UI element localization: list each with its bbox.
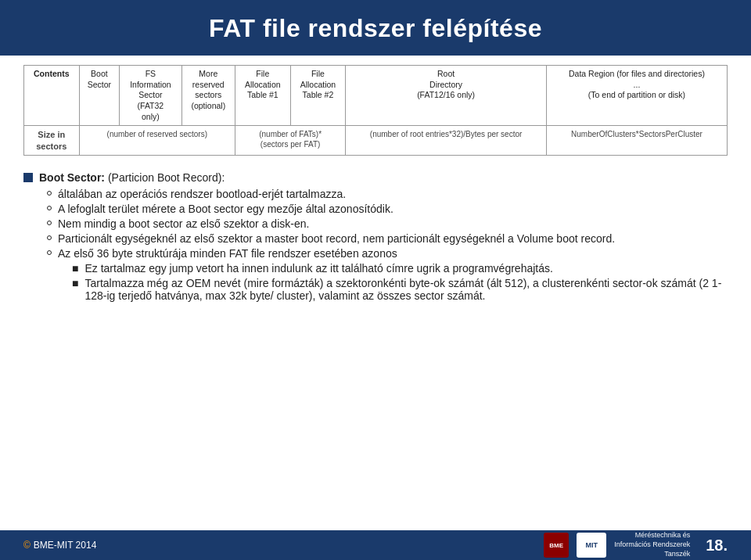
copyright-text: BME-MIT 2014 [34,540,96,551]
circle-icon-1 [47,191,52,196]
bullet-list: Boot Sector: (Particion Boot Record): ál… [23,171,728,302]
footer-copyright: © BME-MIT 2014 [23,540,96,551]
sub-bullet-4-text: Particionált egységeknél az első szektor… [58,232,615,245]
logo-line-2: Információs Rendszerek [614,540,690,550]
circle-icon-3 [47,221,52,225]
slide-title: FAT file rendszer felépítése [8,14,743,43]
sub-sub-bullet-1-text: Ez tartalmaz egy jump vetort ha innen in… [84,262,552,275]
bme-crest-logo: BME [544,533,569,558]
main-bullet-1-text: Boot Sector: (Particion Boot Record): [39,171,225,184]
col-fs-info: FS Information Sector (FAT32 only) [120,66,181,126]
col-more-reserved: More reserved sectors (optional) [181,66,235,126]
sub-sub-bullet-list: ■ Ez tartalmaz egy jump vetort ha innen … [72,262,728,302]
sub-sub-bullet-2-text: Tartalmazza még az OEM nevét (mire formá… [84,277,728,302]
sub-bullet-5: Az első 36 byte struktúrája minden FAT f… [47,247,728,260]
page-number: 18. [706,537,728,555]
sub-sub-bullet-2: ■ Tartalmazza még az OEM nevét (mire for… [72,277,728,302]
sub-bullet-2: A lefoglalt terület mérete a Boot sector… [47,203,728,215]
col-fat2: File Allocation Table #2 [290,66,346,126]
bullet-char-icon-2: ■ [72,277,78,289]
table-size-row: Size insectors (number of reserved secto… [24,126,728,156]
col-data-region: Data Region (for files and directories) … [546,66,727,126]
size-label: Size insectors [24,126,80,156]
sub-sub-bullet-1: ■ Ez tartalmaz egy jump vetort ha innen … [72,262,728,275]
boot-sector-subtitle: (Particion Boot Record): [108,171,225,184]
col-root-dir: Root Directory (FAT12/16 only) [346,66,547,126]
footer: © BME-MIT 2014 BME MIT Méréstechnika és … [0,530,751,560]
slide-header: FAT file rendszer felépítése [0,0,751,56]
main-bullet-1: Boot Sector: (Particion Boot Record): [23,171,728,184]
contents-label: Contents [24,66,80,126]
table-section: Contents Boot Sector FS Information Sect… [0,56,751,160]
logo-line-1: Méréstechnika és [635,531,691,540]
sub-bullet-3-text: Nem mindig a boot sector az első szektor… [58,217,309,230]
boot-sector-bold: Boot Sector: [39,171,105,184]
size-data: NumberOfClusters*SectorsPerCluster [546,126,727,156]
table-header-row: Contents Boot Sector FS Information Sect… [24,66,728,126]
circle-icon-5 [47,250,52,255]
circle-icon-2 [47,206,52,210]
fat-structure-table: Contents Boot Sector FS Information Sect… [23,65,728,156]
bullet-square-icon [23,173,33,182]
footer-right: BME MIT Méréstechnika és Információs Ren… [544,531,728,558]
col-boot-sector: Boot Sector [79,66,120,126]
size-fats: (number of FATs)*(sectors per FAT) [235,126,346,156]
logo-line-3: Tanszék [664,550,690,559]
col-fat1: File Allocation Table #1 [235,66,291,126]
size-reserved: (number of reserved sectors) [79,126,235,156]
bullet-char-icon-1: ■ [72,262,78,275]
sub-bullet-1: általában az operációs rendszer bootload… [47,188,728,200]
sub-bullet-list: általában az operációs rendszer bootload… [47,188,728,302]
sub-bullet-2-text: A lefoglalt terület mérete a Boot sector… [58,203,393,215]
main-content: Boot Sector: (Particion Boot Record): ál… [0,160,751,310]
sub-bullet-4: Particionált egységeknél az első szektor… [47,232,728,245]
copyright-symbol: © [23,540,31,551]
circle-icon-4 [47,235,52,240]
sub-bullet-3: Nem mindig a boot sector az első szektor… [47,217,728,230]
size-root: (number of root entries*32)/Bytes per se… [346,126,547,156]
mit-logo: MIT [577,533,606,558]
footer-logo-text: Méréstechnika és Információs Rendszerek … [614,531,690,558]
sub-bullet-5-text: Az első 36 byte struktúrája minden FAT f… [58,247,397,260]
sub-bullet-1-text: általában az operációs rendszer bootload… [58,188,346,200]
